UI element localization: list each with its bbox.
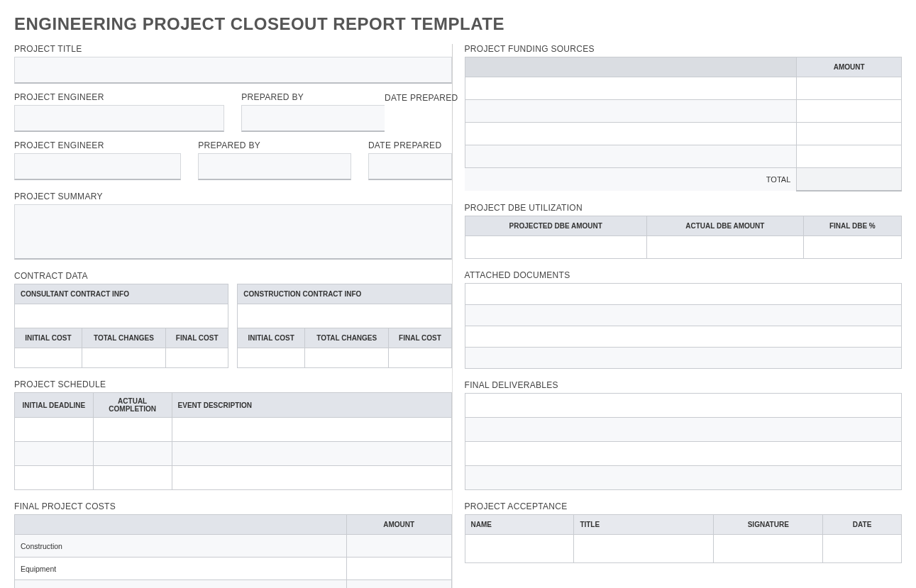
funding-row	[465, 123, 902, 145]
funding-total-label: TOTAL	[465, 168, 797, 191]
amount-header: AMOUNT	[346, 515, 451, 535]
project-title-section: PROJECT TITLE	[14, 44, 452, 84]
name-header: NAME	[465, 514, 574, 534]
table-cell[interactable]	[172, 466, 451, 490]
table-cell[interactable]	[465, 326, 902, 347]
cost-label: Administrative	[15, 580, 347, 589]
list-item	[465, 326, 902, 347]
table-cell[interactable]	[15, 466, 94, 490]
table-cell[interactable]	[93, 442, 172, 466]
project-schedule-table: INITIAL DEADLINE ACTUAL COMPLETION EVENT…	[14, 392, 452, 490]
funding-row	[465, 100, 902, 123]
construction-final-cost-header: FINAL COST	[389, 328, 451, 348]
acceptance-date-cell[interactable]	[823, 534, 902, 562]
table-cell[interactable]	[93, 418, 172, 442]
cost-row: Equipment	[15, 558, 452, 580]
cost-label: Construction	[15, 535, 347, 558]
funding-amount-cell[interactable]	[797, 145, 902, 168]
table-cell[interactable]	[465, 465, 902, 489]
list-item	[465, 304, 902, 326]
table-cell[interactable]	[465, 393, 902, 417]
project-title-label: PROJECT TITLE	[14, 44, 452, 54]
funding-source-cell[interactable]	[465, 77, 797, 100]
acceptance-signature-cell[interactable]	[714, 534, 823, 562]
table-cell[interactable]	[465, 347, 902, 368]
project-summary-field[interactable]	[14, 204, 452, 260]
table-cell[interactable]	[93, 466, 172, 490]
project-engineer-label: PROJECT ENGINEER	[14, 92, 224, 102]
list-item	[465, 465, 902, 489]
project-summary-label: PROJECT SUMMARY	[14, 192, 452, 201]
cost-row: Administrative	[15, 580, 452, 589]
event-description-header: EVENT DESCRIPTION	[172, 393, 451, 418]
actual-completion-header: ACTUAL COMPLETION	[93, 393, 172, 418]
initial-deadline-header: INITIAL DEADLINE	[15, 393, 94, 418]
construction-info-header: CONSTRUCTION CONTRACT INFO	[238, 284, 451, 304]
final-project-costs-label: FINAL PROJECT COSTS	[14, 501, 452, 511]
table-cell[interactable]	[172, 418, 451, 442]
project-acceptance-label: PROJECT ACCEPTANCE	[465, 501, 903, 511]
consultant-initial-cost-cell[interactable]	[15, 348, 82, 368]
prepared-by-label: PREPARED BY	[198, 140, 351, 150]
table-cell[interactable]	[465, 304, 902, 326]
project-title-field[interactable]	[14, 57, 452, 84]
consultant-info-cell[interactable]	[15, 304, 228, 328]
project-dbe-label: PROJECT DBE UTILIZATION	[465, 203, 903, 213]
construction-final-cost-cell[interactable]	[389, 348, 451, 368]
construction-info-cell[interactable]	[238, 304, 451, 328]
final-deliverables-table	[465, 393, 903, 490]
consultant-final-cost-cell[interactable]	[166, 348, 228, 368]
prepared-by-field[interactable]	[241, 105, 385, 132]
project-engineer-field[interactable]	[14, 105, 224, 132]
cost-amount-cell[interactable]	[346, 535, 451, 558]
final-dbe-pct-header: FINAL DBE %	[803, 216, 901, 235]
funding-source-cell[interactable]	[465, 100, 797, 123]
cost-amount-cell[interactable]	[346, 580, 451, 589]
page-title: ENGINEERING PROJECT CLOSEOUT REPORT TEMP…	[14, 14, 902, 34]
funding-source-cell[interactable]	[465, 123, 797, 145]
project-funding-sources-table: AMOUNT TOTAL	[465, 57, 903, 192]
funding-amount-cell[interactable]	[797, 100, 902, 123]
date-prepared-field[interactable]	[368, 153, 452, 180]
acceptance-title-cell[interactable]	[574, 534, 714, 562]
actual-dbe-header: ACTUAL DBE AMOUNT	[647, 216, 804, 235]
table-cell[interactable]	[15, 418, 94, 442]
prepared-by-field[interactable]	[198, 153, 351, 180]
table-cell[interactable]	[465, 417, 902, 441]
right-column: PROJECT FUNDING SOURCES AMOUNT TOTAL PRO…	[465, 44, 903, 588]
funding-source-cell[interactable]	[465, 145, 797, 168]
project-acceptance-table: NAME TITLE SIGNATURE DATE	[465, 514, 903, 563]
table-cell[interactable]	[172, 442, 451, 466]
date-header: DATE	[823, 514, 902, 534]
left-column: PROJECT TITLE PROJECT ENGINEER PREPARED …	[14, 44, 452, 588]
projected-dbe-cell[interactable]	[465, 235, 647, 258]
funding-amount-cell[interactable]	[797, 77, 902, 100]
projected-dbe-header: PROJECTED DBE AMOUNT	[465, 216, 647, 235]
acceptance-name-cell[interactable]	[465, 534, 574, 562]
list-item	[465, 393, 902, 417]
actual-dbe-cell[interactable]	[647, 235, 804, 258]
cost-amount-cell[interactable]	[346, 558, 451, 580]
project-schedule-label: PROJECT SCHEDULE	[14, 379, 452, 389]
construction-total-changes-header: TOTAL CHANGES	[304, 328, 388, 348]
attached-documents-label: ATTACHED DOCUMENTS	[465, 270, 903, 280]
funding-amount-cell[interactable]	[797, 123, 902, 145]
contract-data-label: CONTRACT DATA	[14, 271, 452, 281]
table-cell[interactable]	[465, 441, 902, 465]
funding-total-cell[interactable]	[797, 168, 902, 191]
final-deliverables-label: FINAL DELIVERABLES	[465, 380, 903, 390]
table-cell[interactable]	[465, 283, 902, 304]
table-cell[interactable]	[15, 442, 94, 466]
schedule-row	[15, 466, 452, 490]
consultant-final-cost-header: FINAL COST	[166, 328, 228, 348]
date-prepared-label: DATE PREPARED	[368, 140, 452, 150]
attached-documents-table	[465, 283, 903, 369]
construction-initial-cost-cell[interactable]	[238, 348, 305, 368]
project-engineer-field[interactable]	[14, 153, 181, 180]
consultant-total-changes-cell[interactable]	[82, 348, 165, 368]
funding-row	[465, 77, 902, 100]
final-dbe-pct-cell[interactable]	[803, 235, 901, 258]
cost-row: Construction	[15, 535, 452, 558]
date-prepared-label: DATE PREPARED	[385, 93, 458, 103]
construction-total-changes-cell[interactable]	[304, 348, 388, 368]
